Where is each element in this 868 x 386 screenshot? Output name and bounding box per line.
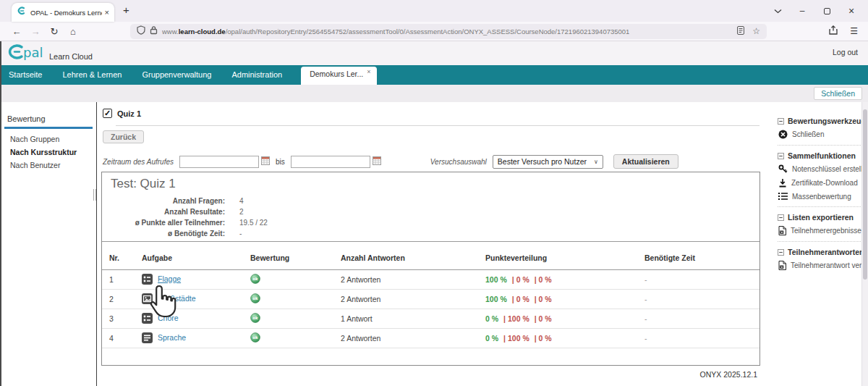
calendar-icon[interactable]: [261, 155, 270, 168]
tool-section: Bewertungswerkzeug Schließen: [778, 111, 868, 146]
period-until-input[interactable]: [291, 156, 370, 168]
attempt-select[interactable]: Bester Versuch pro Nutzer ∨: [493, 155, 603, 169]
version-label: ONYX 2025.12.1: [101, 370, 757, 379]
stat-value: 2: [239, 206, 244, 217]
reader-mode-icon[interactable]: [737, 25, 744, 38]
key-icon: [778, 164, 788, 174]
tools-menu: Bewertungswerkzeug Schließen Sammelfunkt…: [778, 111, 868, 276]
tool-item[interactable]: Massenbewertung: [778, 192, 868, 201]
cell-time: -: [644, 290, 760, 309]
cell-nr: 2: [102, 290, 142, 309]
tool-section-header[interactable]: Sammelfunktionen: [778, 151, 868, 160]
main-nav: StartseiteLehren & LernenGruppenverwaltu…: [0, 65, 868, 85]
maximize-icon[interactable]: [814, 8, 839, 14]
cell-distribution: 0 %| 100 %| 0 %: [485, 329, 644, 348]
tool-item[interactable]: Teilnehmerantwort verifizieren: [778, 261, 868, 270]
cell-status: ok: [250, 270, 341, 290]
sidebar-item[interactable]: Nach Kursstruktur: [0, 146, 96, 159]
stat-label: ø Benötigte Zeit:: [111, 228, 225, 239]
table-row: 2 Großstädte ok 2 Antworten 100 %| 0 %| …: [102, 290, 760, 309]
tool-section-header[interactable]: Bewertungswerkzeug: [778, 117, 868, 125]
column-header: Bewertung: [250, 248, 341, 270]
lock-icon[interactable]: [150, 25, 158, 38]
cell-answers: 2 Antworten: [341, 329, 485, 348]
tool-item[interactable]: Zertifikate-Download: [778, 178, 868, 188]
tab-close-icon[interactable]: ×: [105, 8, 109, 17]
collapse-icon: [778, 214, 784, 221]
course-tab-close-icon[interactable]: ×: [367, 68, 370, 85]
cell-answers: 1 Antwort: [341, 309, 485, 329]
sidebar-title: Bewertung: [7, 114, 96, 123]
task-link[interactable]: Flagge: [158, 274, 181, 283]
back-icon[interactable]: ←: [7, 26, 26, 37]
sidebar-item[interactable]: Nach Benutzer: [0, 159, 96, 172]
cell-distribution: 0 %| 100 %| 0 %: [485, 309, 644, 329]
collapse-icon: [778, 249, 784, 256]
sidebar-resize-handle[interactable]: [93, 189, 96, 201]
brand-name: Learn Cloud: [49, 52, 93, 61]
tool-section: Teilnehmerantworten Teilnehmerantwort ve…: [778, 242, 868, 276]
download-icon: [778, 178, 787, 188]
task-link[interactable]: Sprache: [158, 333, 186, 342]
summary-stat: ø Punkte aller Teilnehmer: 19.5 / 22: [111, 217, 751, 228]
period-from-input[interactable]: [179, 156, 259, 168]
tool-section-header[interactable]: Listen exportieren: [778, 213, 868, 222]
bookmark-star-icon[interactable]: ☆: [752, 26, 760, 36]
collapse-icon: [778, 153, 784, 159]
ok-ball-icon: ok: [250, 316, 260, 324]
choice-question-icon: [142, 274, 153, 286]
nav-item[interactable]: Gruppenverwaltung: [132, 65, 221, 85]
choice-question-icon: [142, 313, 153, 325]
tool-section-header[interactable]: Teilnehmerantworten: [778, 248, 868, 256]
shield-icon[interactable]: [137, 25, 145, 38]
cell-task: Flagge: [142, 270, 250, 290]
close-window-icon[interactable]: ×: [839, 5, 864, 17]
image-question-icon: [142, 293, 153, 306]
opal-logo[interactable]: pal: [6, 42, 45, 65]
logout-link[interactable]: Log out: [833, 48, 858, 56]
summary-stat: Anzahl Fragen: 4: [111, 196, 751, 206]
svg-text:ok: ok: [252, 316, 258, 320]
sidebar-underline: [4, 127, 93, 129]
nav-item[interactable]: Administration: [221, 65, 292, 85]
menu-hamburger-icon[interactable]: ☰: [850, 26, 858, 36]
ok-ball-icon: ok: [250, 335, 260, 344]
sidebar-item[interactable]: Nach Gruppen: [0, 133, 96, 146]
file-export-icon: [778, 261, 786, 270]
reload-icon[interactable]: ↻: [45, 26, 64, 37]
ok-ball-icon: ok: [250, 277, 260, 285]
refresh-button[interactable]: Aktualisieren: [613, 154, 678, 169]
share-icon[interactable]: [829, 25, 838, 38]
tool-item[interactable]: Teilnehmerergebnisse: [778, 226, 868, 235]
close-assessment-button[interactable]: Schließen: [814, 87, 862, 100]
cell-time: -: [644, 329, 760, 348]
test-summary: Test: Quiz 1 Anzahl Fragen: 4 Anzahl Res…: [102, 172, 760, 242]
tab-list-chevron-icon[interactable]: [765, 6, 790, 16]
calendar-icon[interactable]: [373, 155, 381, 168]
browser-toolbar: ← → ↻ ⌂ www.learn-cloud.de/opal/auth/Rep…: [0, 22, 868, 41]
forward-icon[interactable]: →: [26, 26, 45, 37]
new-tab-button[interactable]: +: [123, 4, 129, 16]
window-left-edge: [0, 41, 1, 386]
home-icon[interactable]: ⌂: [64, 26, 82, 37]
url-text[interactable]: www.learn-cloud.de/opal/auth/RepositoryE…: [162, 28, 629, 35]
task-link[interactable]: Großstädte: [158, 294, 196, 303]
quiz-checkbox[interactable]: ✓: [103, 109, 112, 118]
scrollbar-thumb[interactable]: [863, 109, 867, 280]
nav-item[interactable]: Startseite: [9, 65, 52, 85]
nav-item[interactable]: Lehren & Lernen: [52, 65, 132, 85]
url-bar[interactable]: www.learn-cloud.de/opal/auth/RepositoryE…: [130, 24, 767, 39]
minimize-icon[interactable]: –: [790, 6, 814, 16]
list-icon: [778, 192, 788, 201]
ok-ball-icon: ok: [250, 296, 260, 305]
browser-tab[interactable]: OPAL - Demokurs Lernen und Pr ×: [12, 3, 114, 22]
back-button[interactable]: Zurück: [103, 130, 144, 143]
stat-value: -: [239, 228, 242, 239]
vertical-scrollbar[interactable]: [861, 102, 868, 386]
tool-item[interactable]: Schließen: [778, 130, 868, 139]
cell-nr: 4: [102, 329, 142, 348]
tool-item[interactable]: Notenschlüssel erstellen: [778, 164, 868, 174]
chevron-down-icon: ∨: [594, 159, 598, 165]
course-tab[interactable]: Demokurs Ler... ×: [301, 67, 376, 85]
task-link[interactable]: Chöre: [158, 314, 179, 322]
